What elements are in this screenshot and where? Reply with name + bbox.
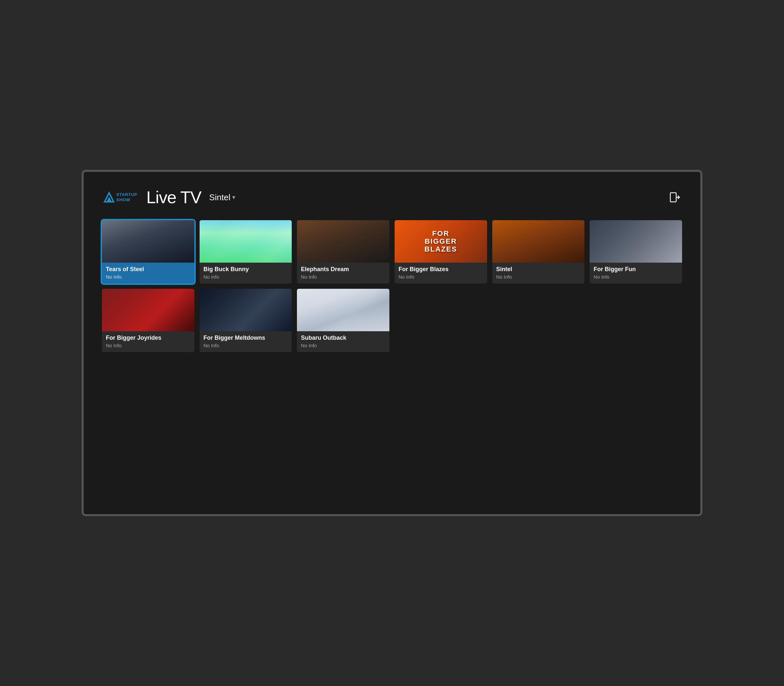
card-subtitle: No Info	[301, 343, 385, 348]
logout-icon	[669, 191, 681, 203]
thumbnail-for-bigger-joyrides	[102, 289, 194, 331]
card-title: Big Buck Bunny	[204, 266, 288, 273]
channel-card-for-bigger-blazes[interactable]: FORBIGGERBLAZES For Bigger Blazes No Inf…	[395, 220, 487, 284]
thumbnail-for-bigger-fun	[590, 220, 682, 263]
card-title: For Bigger Joyrides	[106, 335, 190, 341]
card-info: For Bigger Meltdowns No Info	[199, 331, 292, 352]
tv-frame: STARTUP SHOW Live TV Sintel ▾ Tears of S…	[82, 170, 702, 516]
card-subtitle: No Info	[204, 274, 288, 279]
card-subtitle: No Info	[204, 343, 288, 348]
logout-button[interactable]	[668, 190, 682, 204]
card-title: For Bigger Fun	[594, 266, 678, 273]
card-title: Elephants Dream	[301, 266, 385, 273]
card-info: Elephants Dream No Info	[297, 263, 389, 284]
channel-card-for-bigger-joyrides[interactable]: For Bigger Joyrides No Info	[102, 289, 194, 352]
svg-rect-2	[670, 193, 676, 202]
logo-text: STARTUP SHOW	[116, 192, 137, 202]
channel-card-tears-of-steel[interactable]: Tears of Steel No Info	[102, 220, 194, 284]
blazes-thumbnail-text: FORBIGGERBLAZES	[424, 230, 457, 253]
card-info: For Bigger Fun No Info	[590, 263, 682, 284]
channel-card-sintel[interactable]: Sintel No Info	[492, 220, 585, 284]
thumbnail-big-buck-bunny	[199, 220, 292, 263]
card-title: For Bigger Blazes	[399, 266, 483, 273]
thumbnail-sintel	[492, 220, 585, 263]
card-info: Big Buck Bunny No Info	[199, 263, 292, 284]
card-info: Sintel No Info	[492, 263, 585, 284]
card-info: For Bigger Joyrides No Info	[102, 331, 194, 352]
app-title: Live TV	[146, 188, 201, 207]
app-logo: STARTUP SHOW	[102, 190, 137, 204]
channel-grid: Tears of Steel No Info Big Buck Bunny No…	[102, 220, 682, 352]
thumbnail-for-bigger-blazes: FORBIGGERBLAZES	[395, 220, 487, 263]
channel-card-elephants-dream[interactable]: Elephants Dream No Info	[297, 220, 389, 284]
card-info: For Bigger Blazes No Info	[395, 263, 487, 284]
card-title: Sintel	[496, 266, 581, 273]
card-title: Tears of Steel	[106, 266, 190, 273]
card-info: Subaru Outback No Info	[297, 331, 389, 352]
channel-selector[interactable]: Sintel ▾	[209, 193, 235, 203]
thumbnail-subaru-outback	[297, 289, 389, 331]
card-subtitle: No Info	[106, 274, 190, 279]
header: STARTUP SHOW Live TV Sintel ▾	[102, 188, 682, 207]
thumbnail-for-bigger-meltdowns	[199, 289, 292, 331]
card-title: For Bigger Meltdowns	[204, 335, 288, 341]
channel-name: Sintel	[209, 193, 230, 203]
channel-card-for-bigger-fun[interactable]: For Bigger Fun No Info	[590, 220, 682, 284]
channel-card-subaru-outback[interactable]: Subaru Outback No Info	[297, 289, 389, 352]
card-subtitle: No Info	[106, 343, 190, 348]
thumbnail-tears-of-steel	[102, 220, 194, 263]
thumbnail-elephants-dream	[297, 220, 389, 263]
card-info: Tears of Steel No Info	[102, 263, 194, 284]
channel-card-for-bigger-meltdowns[interactable]: For Bigger Meltdowns No Info	[199, 289, 292, 352]
card-subtitle: No Info	[399, 274, 483, 279]
card-subtitle: No Info	[594, 274, 678, 279]
channel-arrow-icon: ▾	[232, 194, 235, 201]
channel-card-big-buck-bunny[interactable]: Big Buck Bunny No Info	[199, 220, 292, 284]
card-subtitle: No Info	[496, 274, 581, 279]
card-title: Subaru Outback	[301, 335, 385, 341]
card-subtitle: No Info	[301, 274, 385, 279]
logo-icon	[102, 190, 116, 204]
